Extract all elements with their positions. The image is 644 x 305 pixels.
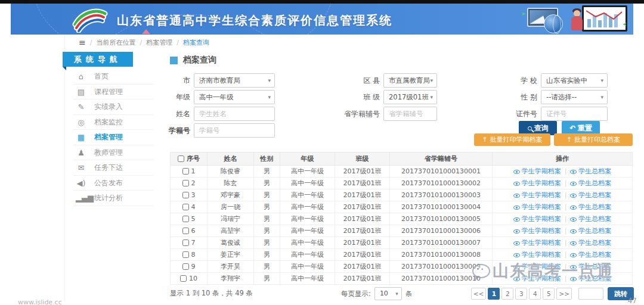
- search-icon: [528, 126, 532, 130]
- upload-icon: ↑: [482, 136, 487, 144]
- eye-icon: [570, 277, 577, 281]
- row-checkbox[interactable]: [182, 192, 189, 198]
- view-total-archive-link[interactable]: 学生总档案: [570, 251, 611, 259]
- school-select[interactable]: 山东省实验中 ▾: [541, 73, 608, 88]
- table-row: 5 冯瑞宁 男 高中一年级 2017级01班 20173701010001300…: [171, 213, 633, 225]
- city-select[interactable]: 济南市教育局 ▾: [194, 73, 275, 88]
- cell-name: 邓宇豪: [208, 189, 254, 201]
- sidebar-item-announcement[interactable]: ◀) 公告发布: [66, 176, 157, 191]
- row-checkbox[interactable]: [182, 239, 189, 246]
- grade-select[interactable]: 高中一年级 ▾: [194, 90, 275, 104]
- student-id-input[interactable]: [194, 123, 275, 138]
- view-semester-archive-link[interactable]: 学生学期档案: [513, 167, 561, 175]
- table-row: 3 邓宇豪 男 高中一年级 2017级01班 20173701010001300…: [171, 189, 633, 201]
- decorative-arrow: [142, 29, 150, 34]
- row-checkbox[interactable]: [182, 216, 189, 222]
- view-semester-archive-link[interactable]: 学生学期档案: [513, 203, 561, 211]
- name-input[interactable]: [194, 107, 275, 121]
- view-total-archive-link[interactable]: 学生总档案: [570, 263, 611, 270]
- sidebar-item-teacher-management[interactable]: ♟ 教师管理: [66, 145, 157, 161]
- eye-icon: [513, 217, 520, 222]
- sidebar-nav: ⌂ 首页 ▤ 课程管理 ✎ 实绩录入 ◎ 档案监控 ▦ 档案管理 ♟ 教师管理 …: [66, 69, 157, 206]
- row-checkbox[interactable]: [182, 168, 189, 175]
- task-icon: ✉: [76, 163, 86, 172]
- school-label: 学 校: [503, 73, 537, 88]
- batch-print-semester-button[interactable]: ↑ 批量打印学期档案: [474, 133, 550, 146]
- row-checkbox[interactable]: [182, 228, 189, 234]
- sidebar-item-task-assignment[interactable]: ✉ 任务下达: [66, 160, 157, 176]
- id-number-label: 证件号: [503, 107, 537, 121]
- chevron-down-icon: ▾: [600, 74, 603, 87]
- sidebar-item-archive-monitor[interactable]: ◎ 档案监控: [66, 115, 157, 130]
- view-total-archive-link[interactable]: 学生总档案: [570, 227, 611, 235]
- sidebar-item-home[interactable]: ⌂ 首页: [66, 69, 157, 85]
- class-select[interactable]: 2017级01班 ▾: [383, 90, 437, 104]
- district-select[interactable]: 市直属教育局 ▾: [383, 73, 437, 88]
- view-total-archive-link[interactable]: 学生总档案: [570, 203, 611, 211]
- sidebar-item-course-management[interactable]: ▤ 课程管理: [66, 85, 157, 100]
- pager-prev[interactable]: <<: [471, 288, 487, 300]
- gender-label: 性 别: [503, 90, 537, 104]
- chevron-down-icon: ▾: [600, 91, 603, 104]
- select-all-checkbox[interactable]: [178, 155, 184, 162]
- pager-page-4[interactable]: 4: [529, 288, 541, 300]
- main-content: 档案查询 市 济南市教育局 ▾ 区 县 市直属教育局 ▾ 学 校 山东省实验中 …: [170, 50, 634, 303]
- pager-page-5[interactable]: 5: [543, 288, 555, 300]
- per-page-label: 每页显示:: [341, 290, 371, 298]
- view-total-archive-link[interactable]: 学生总档案: [570, 239, 611, 247]
- cell-name: 房一骁: [208, 201, 254, 213]
- cell-name: 冯瑞宁: [208, 213, 254, 225]
- grade-label: 年级: [170, 90, 190, 104]
- table-row: 2 陈玄 男 高中一年级 2017级01班 201737010100013000…: [171, 178, 633, 189]
- per-page-select[interactable]: 10 ▾: [374, 287, 402, 300]
- view-total-archive-link[interactable]: 学生总档案: [570, 167, 611, 175]
- view-semester-archive-link[interactable]: 学生学期档案: [513, 191, 561, 199]
- view-total-archive-link[interactable]: 学生总档案: [570, 179, 611, 187]
- eye-icon: [570, 206, 577, 210]
- sidebar-item-record-entry[interactable]: ✎ 实绩录入: [66, 99, 157, 115]
- view-semester-archive-link[interactable]: 学生学期档案: [513, 227, 561, 235]
- upload-icon: ↑: [566, 136, 572, 144]
- eye-icon: [570, 194, 577, 198]
- batch-print-total-button[interactable]: ↑ 批量打印总档案: [554, 133, 633, 146]
- chevron-down-icon: ▾: [430, 74, 433, 87]
- view-semester-archive-link[interactable]: 学生学期档案: [513, 275, 561, 282]
- jump-page-input[interactable]: [578, 288, 603, 300]
- row-checkbox[interactable]: [182, 204, 189, 210]
- view-semester-archive-link[interactable]: 学生学期档案: [513, 251, 561, 259]
- header-illustration: ➤ ➤: [521, 4, 632, 35]
- view-semester-archive-link[interactable]: 学生学期档案: [513, 179, 561, 187]
- section-square-icon: [170, 57, 178, 64]
- sidebar-item-archive-management[interactable]: ▦ 档案管理: [66, 130, 157, 145]
- pager-page-1[interactable]: 1: [488, 288, 500, 300]
- row-checkbox[interactable]: [182, 263, 189, 270]
- pager-page-3[interactable]: 3: [515, 288, 527, 300]
- eye-icon: [513, 170, 520, 174]
- per-page-unit: 条: [405, 290, 413, 298]
- section-title: 档案查询: [170, 55, 216, 66]
- eye-icon: [570, 182, 577, 186]
- gender-select[interactable]: --请选择-- ▾: [541, 90, 608, 104]
- pager-next[interactable]: >>: [556, 288, 572, 300]
- view-semester-archive-link[interactable]: 学生学期档案: [513, 263, 561, 270]
- person-graphic: [571, 16, 583, 30]
- page-title: 山东省普通高中学生综合素质评价信息管理系统: [117, 13, 392, 29]
- view-semester-archive-link[interactable]: 学生学期档案: [513, 215, 561, 223]
- chevron-down-icon: ▾: [268, 91, 271, 104]
- green-arrow-icon: ➤: [623, 21, 627, 27]
- row-checkbox[interactable]: [182, 180, 189, 186]
- chevron-down-icon: ▾: [430, 91, 433, 104]
- eye-icon: [570, 241, 577, 245]
- view-total-archive-link[interactable]: 学生总档案: [570, 275, 611, 282]
- per-page-control: 每页显示: 10 ▾ 条: [341, 287, 412, 300]
- view-total-archive-link[interactable]: 学生总档案: [570, 215, 611, 223]
- view-semester-archive-link[interactable]: 学生学期档案: [513, 239, 561, 247]
- id-number-input[interactable]: [541, 107, 608, 121]
- sidebar-item-statistics[interactable]: ▂▄▆ 统计分析: [66, 191, 157, 206]
- view-total-archive-link[interactable]: 学生总档案: [570, 191, 611, 199]
- provincial-id-input[interactable]: [383, 107, 437, 121]
- row-checkbox[interactable]: [182, 251, 189, 258]
- pager-page-2[interactable]: 2: [501, 288, 513, 300]
- chevron-down-icon: ▾: [268, 74, 271, 87]
- row-checkbox[interactable]: [180, 275, 187, 282]
